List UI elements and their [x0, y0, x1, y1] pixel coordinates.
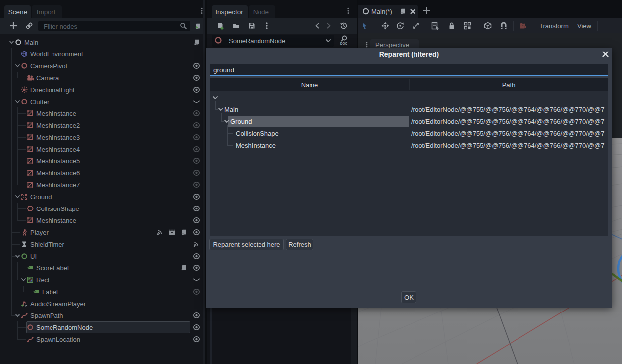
svg-text:DOC: DOC: [340, 42, 348, 45]
